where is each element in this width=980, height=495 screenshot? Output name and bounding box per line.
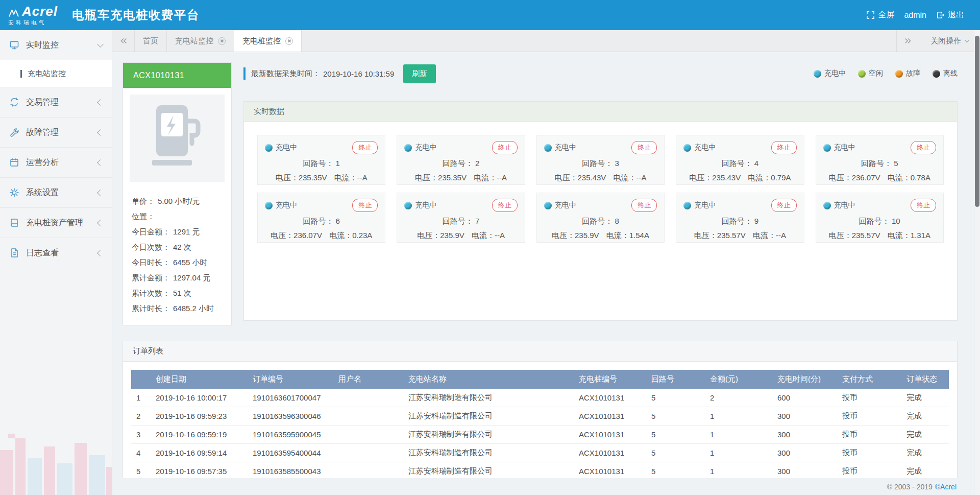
stat-value: 42 次 bbox=[173, 243, 191, 251]
current-label: 电流： bbox=[329, 231, 352, 240]
logout-button[interactable]: 退出 bbox=[934, 10, 967, 20]
circuit-status-label: 充电中 bbox=[834, 201, 855, 210]
current-value: 0.79A bbox=[771, 173, 791, 182]
book-icon bbox=[9, 218, 19, 228]
sidebar-subitem-station-monitoring[interactable]: 充电站监控 bbox=[0, 60, 112, 87]
cell-amount: 2 bbox=[705, 389, 772, 407]
terminate-button[interactable]: 终止 bbox=[492, 141, 518, 154]
sidebar-item-realtime-monitoring[interactable]: 实时监控 bbox=[0, 30, 112, 60]
current-value: 1.31A bbox=[911, 231, 930, 240]
cell-amount: 1 bbox=[705, 462, 772, 479]
close-tab-icon[interactable] bbox=[218, 37, 226, 45]
voltage-value: 236.07V bbox=[852, 173, 880, 182]
status-legend: 充电中 空闲 故障 离线 bbox=[814, 69, 958, 78]
close-tab-icon[interactable] bbox=[285, 37, 293, 45]
fullscreen-label: 全屏 bbox=[878, 10, 894, 20]
circuit-number-line: 回路号： 5 bbox=[823, 159, 936, 169]
cell-created-date: 2019-10-16 09:59:23 bbox=[151, 407, 248, 426]
double-chevron-left-icon bbox=[119, 36, 128, 45]
logout-label: 退出 bbox=[948, 10, 964, 20]
tabbar-actions: 关闭操作 bbox=[896, 30, 980, 52]
active-item-marker bbox=[20, 70, 22, 78]
tab-label: 首页 bbox=[143, 36, 158, 46]
terminate-button[interactable]: 终止 bbox=[911, 199, 936, 212]
sidebar-item-transaction-management[interactable]: 交易管理 bbox=[0, 87, 112, 117]
accent-bar bbox=[243, 67, 246, 80]
cell-charge-minutes: 300 bbox=[772, 407, 837, 426]
terminate-button[interactable]: 终止 bbox=[911, 141, 936, 154]
circuit-status: 充电中 bbox=[823, 201, 855, 210]
orders-table-body: 1 2019-10-16 10:00:17 1910163601700047 江… bbox=[131, 389, 949, 478]
voltage-label: 电压： bbox=[415, 173, 438, 182]
legend-label: 充电中 bbox=[824, 69, 846, 78]
cell-order-number: 1910163585500043 bbox=[248, 462, 333, 479]
sidebar-item-operation-analysis[interactable]: 运营分析 bbox=[0, 148, 112, 178]
sidebar-item-log-viewer[interactable]: 日志查看 bbox=[0, 238, 112, 268]
circuit-card: 充电中 终止 回路号： 6 电压：236.07V 电流：0.23A bbox=[257, 193, 385, 243]
fullscreen-button[interactable]: 全屏 bbox=[864, 10, 897, 20]
close-operations-button[interactable]: 关闭操作 bbox=[919, 30, 980, 52]
chevron-left-icon bbox=[97, 250, 104, 256]
cell-circuit-number: 5 bbox=[646, 407, 705, 426]
sidebar-item-label: 故障管理 bbox=[26, 127, 59, 138]
header-actions: 全屏 admin 退出 bbox=[864, 10, 967, 20]
terminate-button[interactable]: 终止 bbox=[631, 199, 657, 212]
monitor-area: 最新数据采集时间： 2019-10-16 10:31:59 刷新 充电中 空闲 … bbox=[243, 62, 958, 325]
terminate-button[interactable]: 终止 bbox=[771, 141, 797, 154]
chevron-left-icon bbox=[97, 159, 104, 166]
cell-order-status: 完成 bbox=[901, 426, 949, 444]
user-menu[interactable]: admin bbox=[901, 11, 929, 20]
circuit-status-label: 充电中 bbox=[415, 201, 436, 210]
cell-row-index: 1 bbox=[131, 389, 151, 407]
circuit-number-value: 4 bbox=[754, 159, 758, 168]
terminate-button[interactable]: 终止 bbox=[352, 141, 378, 154]
circuit-card: 充电中 终止 回路号： 3 电压：235.43V 电流：--A bbox=[536, 135, 665, 185]
page-body: ACX1010131 单价：5.00 小时/元 位置： 今日金额：1291 bbox=[112, 52, 980, 478]
tab-pile-monitoring[interactable]: 充电桩监控 bbox=[234, 30, 302, 52]
cell-payment-method: 投币 bbox=[837, 389, 901, 407]
page-title: 电瓶车充电桩收费平台 bbox=[72, 7, 200, 23]
voltage-current-line: 电压：235.9V 电流：1.54A bbox=[544, 231, 657, 241]
current-value: --A bbox=[495, 231, 505, 240]
monitor-icon bbox=[9, 40, 19, 50]
terminate-button[interactable]: 终止 bbox=[771, 199, 797, 212]
circuit-number-label: 回路号： bbox=[443, 159, 473, 168]
stat-label: 累计金额： bbox=[132, 273, 170, 282]
cell-created-date: 2019-10-16 09:57:35 bbox=[151, 462, 248, 479]
tabs-scroll-right-button[interactable] bbox=[896, 30, 919, 52]
terminate-button[interactable]: 终止 bbox=[352, 199, 378, 212]
circuit-number-line: 回路号： 7 bbox=[404, 217, 517, 226]
chevron-left-icon bbox=[97, 220, 104, 226]
circuit-status: 充电中 bbox=[404, 143, 436, 152]
wrench-icon bbox=[9, 127, 19, 137]
sidebar-item-fault-management[interactable]: 故障管理 bbox=[0, 117, 112, 148]
terminate-button[interactable]: 终止 bbox=[631, 141, 657, 154]
orders-column-header bbox=[131, 370, 151, 389]
chevron-down-icon bbox=[97, 41, 104, 48]
circuit-card: 充电中 终止 回路号： 4 电压：235.43V 电流：0.79A bbox=[676, 135, 804, 185]
calendar-icon bbox=[9, 157, 19, 168]
tab-home[interactable]: 首页 bbox=[135, 30, 167, 52]
tabs-scroll-left-button[interactable] bbox=[112, 30, 135, 52]
double-chevron-right-icon bbox=[903, 36, 913, 45]
cell-circuit-number: 5 bbox=[646, 389, 705, 407]
charging-pile-icon bbox=[147, 103, 207, 174]
sidebar-item-system-settings[interactable]: 系统设置 bbox=[0, 178, 112, 208]
sidebar: 实时监控 充电站监控 交易管理 故障管理 bbox=[0, 30, 112, 495]
stat-value: 6455 小时 bbox=[173, 258, 208, 267]
device-stat-line: 累计次数：51 次 bbox=[132, 286, 223, 301]
sidebar-item-pile-asset-management[interactable]: 充电桩资产管理 bbox=[0, 208, 112, 238]
refresh-button[interactable]: 刷新 bbox=[403, 64, 436, 83]
page-scrollbar[interactable] bbox=[974, 30, 980, 495]
cell-station-name: 江苏安科瑞制造有限公司 bbox=[403, 407, 574, 426]
terminate-button[interactable]: 终止 bbox=[492, 199, 518, 212]
stat-label: 位置： bbox=[132, 212, 155, 221]
circuit-number-label: 回路号： bbox=[582, 159, 612, 168]
tab-station-monitoring[interactable]: 充电站监控 bbox=[167, 30, 234, 52]
charging-status-dot-icon bbox=[683, 202, 691, 209]
circuit-status-label: 充电中 bbox=[276, 201, 297, 210]
cell-username bbox=[333, 407, 403, 426]
voltage-label: 电压： bbox=[276, 173, 299, 182]
scrollbar-thumb[interactable] bbox=[975, 36, 979, 207]
acrel-link[interactable]: ©Acrel bbox=[935, 483, 957, 491]
